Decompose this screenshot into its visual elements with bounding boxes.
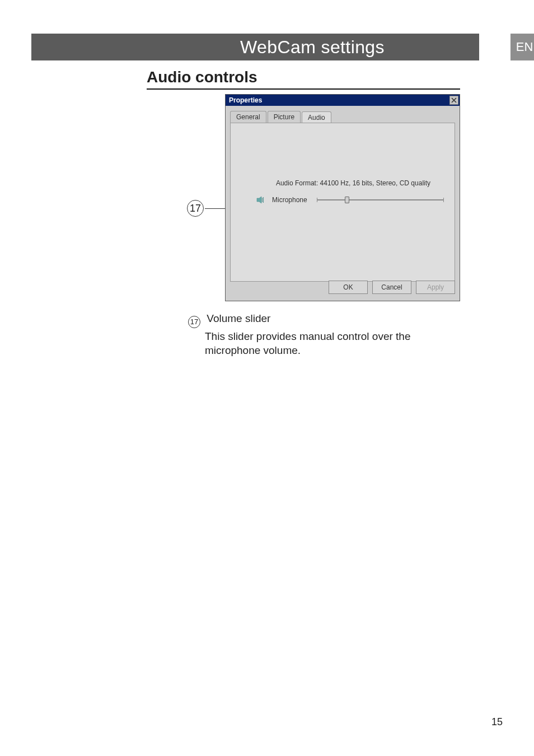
- description-marker: 17: [188, 316, 200, 328]
- page-header: WebCam settings EN: [31, 34, 507, 60]
- slider-tick: [443, 198, 444, 202]
- language-label: EN: [516, 40, 533, 54]
- cancel-button[interactable]: Cancel: [372, 281, 411, 294]
- slider-tick: [317, 198, 317, 202]
- tab-general[interactable]: General: [230, 111, 266, 123]
- close-icon[interactable]: [449, 96, 458, 105]
- tab-strip: General Picture Audio: [230, 110, 455, 123]
- tab-audio[interactable]: Audio: [302, 111, 331, 123]
- callout-marker-17: 17: [187, 200, 204, 217]
- tab-picture[interactable]: Picture: [268, 111, 301, 123]
- microphone-label: Microphone: [272, 196, 311, 204]
- dialog-title: Properties: [229, 96, 262, 104]
- apply-button: Apply: [416, 281, 455, 294]
- microphone-volume-slider[interactable]: [317, 196, 443, 204]
- speaker-icon: [256, 196, 266, 204]
- slider-thumb[interactable]: [345, 197, 349, 203]
- microphone-row: Microphone: [256, 195, 443, 205]
- header-title-bar: WebCam settings: [146, 34, 479, 60]
- header-left-block: [31, 34, 146, 60]
- svg-marker-0: [257, 197, 261, 203]
- slider-track: [317, 199, 443, 200]
- description-block: 17 Volume slider This slider provides ma…: [188, 312, 468, 358]
- page-number: 15: [491, 716, 503, 728]
- page-title: WebCam settings: [240, 37, 385, 58]
- section-heading: Audio controls: [147, 68, 460, 90]
- tab-panel-audio: Audio Format: 44100 Hz, 16 bits, Stereo,…: [230, 123, 455, 282]
- description-heading: Volume slider: [207, 312, 270, 324]
- svg-rect-2: [263, 197, 264, 203]
- description-title-line: 17 Volume slider: [188, 312, 468, 328]
- dialog-titlebar: Properties: [226, 95, 460, 106]
- callout-number: 17: [190, 203, 201, 214]
- callout-line: [205, 208, 225, 209]
- properties-dialog: Properties General Picture Audio Audio F…: [225, 94, 460, 301]
- audio-format-label: Audio Format: 44100 Hz, 16 bits, Stereo,…: [263, 179, 443, 187]
- description-body: This slider provides manual control over…: [205, 329, 468, 358]
- dialog-buttons: OK Cancel Apply: [230, 281, 455, 296]
- ok-button[interactable]: OK: [329, 281, 368, 294]
- svg-rect-1: [262, 198, 263, 202]
- language-badge: EN: [510, 34, 534, 60]
